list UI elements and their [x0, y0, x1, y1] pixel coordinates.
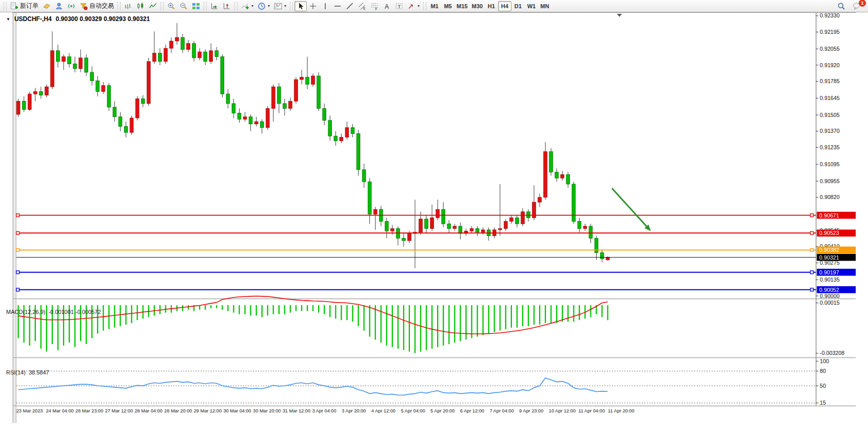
candle-body: [385, 222, 388, 231]
new-order-button[interactable]: 新订单: [8, 1, 41, 11]
time-label[interactable]: 29 Mar 12:00: [194, 408, 222, 413]
time-label[interactable]: 3 Apr 04:00: [312, 408, 336, 413]
vertical-line-button[interactable]: [319, 1, 331, 11]
toolbar-grip[interactable]: [423, 2, 426, 10]
time-label[interactable]: 5 Apr 20:00: [430, 408, 455, 413]
chat-button[interactable]: 1: [851, 1, 863, 11]
algo-trading-button[interactable]: 自动交易: [77, 1, 116, 11]
candle-body: [351, 128, 354, 134]
time-label[interactable]: 3 Apr 20:00: [342, 408, 366, 413]
timeframe-d1-button[interactable]: D1: [511, 1, 525, 11]
toolbar-grip[interactable]: [290, 2, 293, 10]
new-order-icon: [10, 2, 18, 10]
candle-body: [470, 229, 474, 231]
candle-body: [249, 117, 252, 124]
candle-body: [158, 53, 162, 61]
toolbar-grip[interactable]: [234, 2, 238, 10]
profile-button[interactable]: [53, 1, 65, 11]
time-label[interactable]: 26 Mar 23:00: [75, 408, 103, 413]
bar-chart-button[interactable]: [122, 1, 134, 11]
hline-handle[interactable]: [16, 271, 19, 274]
cursor-button[interactable]: [294, 1, 307, 11]
candle-body: [294, 80, 298, 101]
time-label[interactable]: 30 Mar 20:00: [253, 408, 281, 413]
templates-button[interactable]: ▾: [272, 1, 288, 11]
templates-icon: [274, 2, 282, 10]
ohlc-values: 0.90300 0.90329 0.90293 0.90321: [56, 15, 150, 23]
price-chart-canvas[interactable]: 0.923300.921950.920550.919200.917850.916…: [0, 12, 868, 435]
candle-body: [209, 51, 213, 62]
time-label[interactable]: 5 Apr 04:00: [401, 408, 425, 413]
line-chart-button[interactable]: [147, 1, 159, 11]
horizontal-line-button[interactable]: [331, 1, 344, 11]
toolbar-grip[interactable]: [117, 2, 121, 10]
signals-button[interactable]: [65, 1, 77, 11]
candle-body: [589, 226, 593, 238]
timeframe-h4-button[interactable]: H4: [498, 1, 511, 11]
search-button[interactable]: [835, 1, 847, 11]
toolbar-grip[interactable]: [204, 2, 207, 10]
time-label[interactable]: 28 Mar 20:00: [164, 408, 192, 413]
hline-handle[interactable]: [811, 248, 814, 251]
tile-windows-button[interactable]: [190, 1, 202, 11]
market-button[interactable]: [41, 1, 53, 11]
hline-handle[interactable]: [16, 248, 19, 251]
candle-body: [323, 108, 326, 120]
time-label[interactable]: 24 Mar 04:00: [46, 408, 73, 413]
timeframe-m1-button[interactable]: M1: [428, 1, 441, 11]
time-label[interactable]: 9 Apr 23:00: [519, 408, 543, 413]
time-label[interactable]: 7 Apr 04:00: [489, 408, 514, 413]
time-label[interactable]: 10 Apr 12:00: [549, 408, 576, 413]
rsi-value: 38.5847: [29, 369, 49, 375]
svg-text:50: 50: [820, 383, 826, 389]
crosshair-button[interactable]: [307, 1, 319, 11]
zoom-out-button[interactable]: [177, 1, 190, 11]
hline-handle[interactable]: [811, 214, 814, 217]
candle-body: [260, 122, 264, 128]
candle-body: [238, 113, 241, 120]
timeframe-m15-button[interactable]: M15: [455, 1, 469, 11]
auto-scroll-icon: [210, 2, 219, 10]
hline-handle[interactable]: [16, 214, 19, 217]
channel-button[interactable]: E: [356, 1, 368, 11]
trendline-button[interactable]: [344, 1, 356, 11]
time-label[interactable]: 27 Mar 12:00: [105, 408, 133, 413]
bar-chart-icon: [124, 2, 132, 10]
collapse-arrow-icon[interactable]: ▼: [6, 17, 10, 22]
chart-shift-button[interactable]: [221, 1, 233, 11]
hline-handle[interactable]: [811, 231, 814, 234]
candle-body: [130, 118, 133, 132]
time-label[interactable]: 4 Apr 12:00: [371, 408, 396, 413]
timeframe-m5-button[interactable]: M5: [441, 1, 455, 11]
hline-handle[interactable]: [16, 231, 19, 234]
text-button[interactable]: A: [381, 1, 393, 11]
periods-button[interactable]: ▾: [255, 1, 272, 11]
time-label[interactable]: 23 Mar 2023: [16, 408, 43, 413]
auto-trading-label: 自动交易: [89, 2, 114, 10]
timeframe-h1-button[interactable]: H1: [485, 1, 498, 11]
svg-text:100: 100: [820, 358, 829, 364]
timeframe-w1-button[interactable]: W1: [525, 1, 538, 11]
toolbar-grip[interactable]: [4, 2, 7, 10]
timeframe-mn-button[interactable]: MN: [538, 1, 551, 11]
candlestick-chart-button[interactable]: [134, 1, 147, 11]
hline-handle[interactable]: [16, 288, 19, 291]
indicators-button[interactable]: ▾: [239, 1, 255, 11]
fibonacci-button[interactable]: F: [368, 1, 381, 11]
toolbar-grip[interactable]: [161, 2, 164, 10]
time-label[interactable]: 31 Mar 12:00: [283, 408, 310, 413]
zoom-in-button[interactable]: [165, 1, 177, 11]
timeframe-m30-button[interactable]: M30: [469, 1, 484, 11]
hline-handle[interactable]: [811, 271, 814, 274]
arrows-button[interactable]: ▾: [405, 1, 422, 11]
candle-body: [425, 219, 428, 229]
time-label[interactable]: 30 Mar 04:00: [223, 408, 251, 413]
time-label[interactable]: 11 Apr 20:00: [608, 408, 635, 413]
hline-handle[interactable]: [811, 288, 814, 291]
time-label[interactable]: 6 Apr 12:00: [460, 408, 484, 413]
auto-scroll-button[interactable]: [208, 1, 221, 11]
time-label[interactable]: 11 Apr 04:00: [578, 408, 605, 413]
time-label[interactable]: 28 Mar 04:00: [134, 408, 162, 413]
text-label-button[interactable]: T: [393, 1, 405, 11]
candle-body: [317, 76, 321, 108]
